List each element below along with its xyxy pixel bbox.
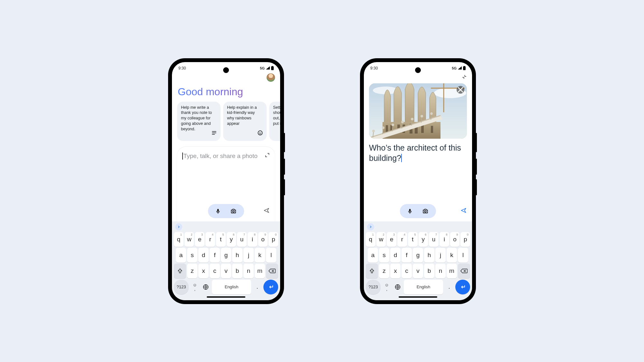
key-h[interactable]: h — [424, 248, 434, 263]
svg-point-33 — [401, 121, 404, 123]
key-e[interactable]: e3 — [195, 232, 204, 247]
camera-icon[interactable] — [422, 208, 429, 214]
key-a[interactable]: a — [176, 248, 186, 263]
key-d[interactable]: d — [198, 248, 209, 263]
shift-key[interactable] — [174, 264, 186, 278]
mic-icon[interactable] — [407, 208, 413, 215]
composer-input[interactable]: Who’s the architect of this building? — [369, 143, 467, 163]
key-b[interactable]: b — [424, 264, 434, 278]
key-z[interactable]: z — [187, 264, 197, 278]
key-g[interactable]: g — [413, 248, 423, 263]
key-a[interactable]: a — [368, 248, 378, 263]
key-h[interactable]: h — [232, 248, 242, 263]
key-l[interactable]: l — [266, 248, 276, 263]
key-y[interactable]: y6 — [419, 232, 428, 247]
expand-icon[interactable] — [265, 153, 270, 159]
avatar[interactable] — [267, 73, 275, 82]
power-button[interactable] — [284, 133, 285, 152]
key-j[interactable]: j — [243, 248, 254, 263]
chevron-right-icon[interactable] — [367, 223, 374, 230]
key-k[interactable]: k — [447, 248, 457, 263]
key-c[interactable]: c — [402, 264, 412, 278]
attached-image[interactable] — [369, 83, 467, 139]
key-g[interactable]: g — [221, 248, 231, 263]
composer-input[interactable]: Type, talk, or share a photo — [182, 153, 258, 160]
key-r[interactable]: r4 — [205, 232, 215, 247]
numeric-toggle-key[interactable]: ?123 — [174, 280, 189, 294]
key-d[interactable]: d — [390, 248, 401, 263]
key-x[interactable]: x — [198, 264, 209, 278]
suggestion-card[interactable]: Help explain in a kid-friendly way why r… — [223, 102, 267, 141]
key-o[interactable]: o9 — [450, 232, 460, 247]
key-k[interactable]: k — [255, 248, 265, 263]
key-t[interactable]: t5 — [216, 232, 226, 247]
globe-key[interactable] — [393, 280, 402, 294]
backspace-key[interactable] — [458, 264, 470, 278]
key-c[interactable]: c — [210, 264, 220, 278]
suggestion-card[interactable]: Help me write a thank you note to my col… — [177, 102, 221, 141]
key-m[interactable]: m — [447, 264, 457, 278]
period-key[interactable]: . — [444, 280, 454, 294]
shift-key[interactable] — [366, 264, 378, 278]
backspace-key[interactable] — [266, 264, 278, 278]
volume-up-button[interactable] — [476, 159, 477, 175]
key-v[interactable]: v — [413, 264, 423, 278]
key-p[interactable]: p0 — [460, 232, 470, 247]
camera-icon[interactable] — [230, 208, 237, 214]
key-v[interactable]: v — [221, 264, 231, 278]
period-key[interactable]: . — [252, 280, 262, 294]
power-button[interactable] — [476, 133, 477, 152]
volume-up-button[interactable] — [284, 159, 285, 175]
emoji-key[interactable]: ☺ , — [190, 280, 200, 294]
emoji-key[interactable]: ☺ , — [382, 280, 392, 294]
volume-down-button[interactable] — [476, 179, 477, 195]
space-key[interactable]: English — [212, 280, 251, 294]
close-icon[interactable] — [457, 86, 464, 94]
key-b[interactable]: b — [232, 264, 242, 278]
key-s[interactable]: s — [187, 248, 197, 263]
key-n[interactable]: n — [243, 264, 254, 278]
mic-icon[interactable] — [215, 208, 221, 215]
suggestion-card[interactable]: Settle should out, r put in — [269, 102, 280, 141]
key-e[interactable]: e3 — [387, 232, 396, 247]
key-w[interactable]: w2 — [376, 232, 386, 247]
collapse-icon[interactable] — [462, 74, 467, 81]
key-x[interactable]: x — [390, 264, 401, 278]
key-q[interactable]: q1 — [366, 232, 375, 247]
volume-down-button[interactable] — [284, 179, 285, 195]
key-n[interactable]: n — [435, 264, 446, 278]
key-w[interactable]: w2 — [185, 232, 194, 247]
key-t[interactable]: t5 — [408, 232, 418, 247]
key-f[interactable]: f — [402, 248, 412, 263]
key-r[interactable]: r4 — [397, 232, 407, 247]
home-indicator[interactable] — [399, 296, 437, 298]
space-key[interactable]: English — [404, 280, 443, 294]
home-indicator[interactable] — [207, 296, 245, 298]
numeric-toggle-key[interactable]: ?123 — [366, 280, 381, 294]
key-j[interactable]: j — [435, 248, 446, 263]
key-o[interactable]: o9 — [258, 232, 268, 247]
key-p[interactable]: p0 — [269, 232, 278, 247]
key-m[interactable]: m — [255, 264, 265, 278]
enter-key[interactable] — [263, 280, 278, 294]
key-l[interactable]: l — [458, 248, 468, 263]
svg-point-40 — [424, 210, 426, 212]
globe-key[interactable] — [201, 280, 211, 294]
key-s[interactable]: s — [379, 248, 389, 263]
keyboard-toolbar — [173, 223, 279, 231]
send-icon[interactable] — [460, 209, 467, 215]
svg-rect-5 — [217, 209, 219, 212]
key-i[interactable]: i8 — [440, 232, 449, 247]
key-u[interactable]: u7 — [237, 232, 247, 247]
key-z[interactable]: z — [379, 264, 389, 278]
stage: 9:30 5G Good morning — [0, 0, 644, 362]
chevron-right-icon[interactable] — [175, 223, 182, 230]
svg-point-31 — [382, 126, 384, 129]
key-i[interactable]: i8 — [248, 232, 257, 247]
key-q[interactable]: q1 — [174, 232, 184, 247]
enter-key[interactable] — [455, 280, 470, 294]
key-y[interactable]: y6 — [227, 232, 236, 247]
send-icon[interactable] — [263, 209, 270, 215]
key-u[interactable]: u7 — [429, 232, 439, 247]
key-f[interactable]: f — [210, 248, 220, 263]
